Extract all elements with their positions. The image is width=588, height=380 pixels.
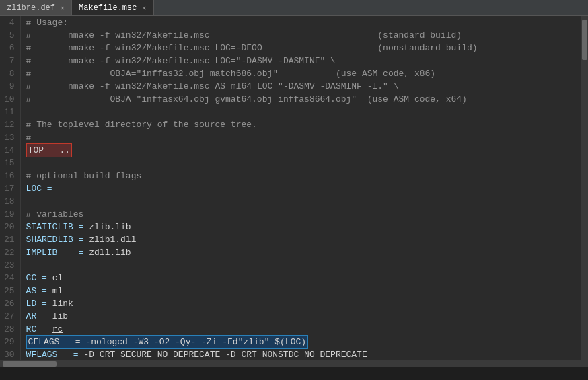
line-number: 12 [4, 118, 15, 131]
scrollbar-thumb[interactable] [582, 20, 587, 60]
editor: 4567891011121314151617181920212223242526… [0, 16, 588, 367]
line-number: 14 [4, 144, 15, 157]
code-line: # variables [26, 208, 588, 221]
line-number: 11 [4, 106, 15, 118]
code-line: STATICLIB = zlib.lib [26, 221, 588, 233]
tab-close-icon[interactable]: ✕ [142, 4, 146, 12]
code-line: # The toplevel directory of the source t… [26, 118, 588, 131]
code-line: CC = cl [26, 272, 588, 284]
line-number: 25 [4, 284, 15, 297]
line-number: 26 [4, 297, 15, 310]
line-number: 20 [4, 221, 15, 233]
line-number: 6 [4, 42, 15, 54]
tab-bar: zlibre.def ✕ Makefile.msc ✕ [0, 0, 588, 16]
line-number: 22 [4, 246, 15, 259]
code-line: AS = ml [26, 284, 588, 297]
code-line: IMPLIB = zdll.lib [26, 246, 588, 259]
line-number: 24 [4, 272, 15, 284]
line-number: 18 [4, 195, 15, 208]
code-line: AR = lib [26, 310, 588, 323]
line-number: 9 [4, 80, 15, 93]
tab-label: Makefile.msc [79, 3, 137, 13]
code-line [26, 195, 588, 208]
code-line: CFLAGS = -nologcd -W3 -O2 -Qy- -Zi -Fd"z… [26, 336, 588, 348]
line-number: 16 [4, 169, 15, 182]
horizontal-scrollbar[interactable] [0, 360, 581, 367]
line-number: 7 [4, 54, 15, 67]
line-number: 13 [4, 131, 15, 144]
vertical-scrollbar[interactable] [581, 16, 588, 367]
line-number: 17 [4, 182, 15, 195]
line-number: 28 [4, 323, 15, 336]
code-area[interactable]: # Usage:# nmake -f win32/Makefile.msc (s… [21, 16, 588, 367]
line-number: 10 [4, 93, 15, 106]
line-number: 19 [4, 208, 15, 221]
code-line: # Usage: [26, 16, 588, 29]
code-line: # OBJA="inffasx64.obj gvmat64.obj inffas… [26, 93, 588, 106]
code-line: TOP = .. [26, 144, 588, 157]
code-line: # nmake -f win32/Makefile.msc LOC=-DFOO … [26, 42, 588, 54]
line-number: 5 [4, 29, 15, 42]
code-line [26, 259, 588, 272]
line-number: 4 [4, 16, 15, 29]
code-line: # nmake -f win32/Makefile.msc AS=ml64 LO… [26, 80, 588, 93]
code-line: # OBJA="inffas32.obj match686.obj" (use … [26, 67, 588, 80]
code-line [26, 157, 588, 169]
line-number: 29 [4, 336, 15, 348]
tab-zlibre[interactable]: zlibre.def ✕ [0, 0, 72, 15]
code-line: # [26, 131, 588, 144]
code-line: # nmake -f win32/Makefile.msc LOC="-DASM… [26, 54, 588, 67]
tab-close-icon[interactable]: ✕ [61, 4, 65, 12]
line-number: 27 [4, 310, 15, 323]
code-line: SHAREDLIB = zlib1.dll [26, 233, 588, 246]
code-line: LD = link [26, 297, 588, 310]
tab-label: zlibre.def [7, 3, 55, 13]
code-line [26, 106, 588, 118]
line-number: 21 [4, 233, 15, 246]
code-line: LOC = [26, 182, 588, 195]
code-line: # nmake -f win32/Makefile.msc (standard … [26, 29, 588, 42]
tab-makefile[interactable]: Makefile.msc ✕ [72, 0, 153, 15]
scrollbar-thumb-h[interactable] [3, 361, 57, 367]
line-number: 23 [4, 259, 15, 272]
code-line: RC = rc [26, 323, 588, 336]
code-line: # optional build flags [26, 169, 588, 182]
line-number: 8 [4, 67, 15, 80]
line-number: 15 [4, 157, 15, 169]
line-numbers: 4567891011121314151617181920212223242526… [0, 16, 21, 367]
